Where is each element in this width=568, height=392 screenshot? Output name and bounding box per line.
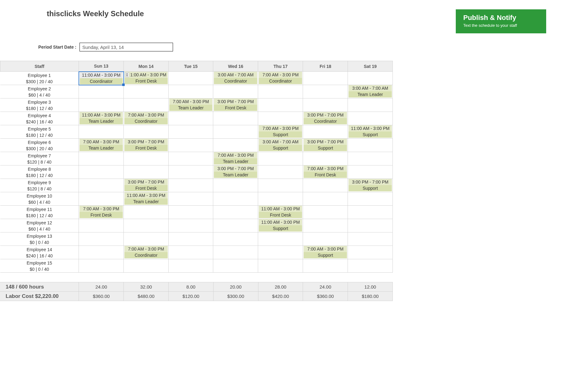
shift-cell-sun[interactable]	[79, 179, 124, 192]
shift-cell-tue[interactable]	[168, 192, 213, 206]
shift-cell-tue[interactable]: 7:00 AM - 3:00 PMTeam Leader	[168, 98, 213, 112]
shift-cell-wed[interactable]	[213, 85, 258, 98]
shift-cell-thu[interactable]: 7:00 AM - 3:00 PMCoordinator	[258, 72, 303, 85]
shift-cell-sun[interactable]	[79, 246, 124, 259]
shift-cell-sun[interactable]	[79, 259, 124, 273]
shift-cell-wed[interactable]	[213, 179, 258, 192]
shift-cell-mon[interactable]: 3:00 PM - 7:00 PMFront Desk	[124, 179, 169, 192]
shift-cell-sat[interactable]	[348, 152, 393, 165]
shift-cell-fri[interactable]	[303, 219, 348, 232]
shift-cell-sun[interactable]	[79, 192, 124, 206]
shift-cell-sat[interactable]	[348, 98, 393, 112]
shift-cell-tue[interactable]	[168, 112, 213, 125]
shift-cell-thu[interactable]	[258, 112, 303, 125]
shift-cell-tue[interactable]	[168, 232, 213, 246]
shift-cell-sat[interactable]: 3:00 AM - 7:00 AMTeam Leader	[348, 85, 393, 98]
shift-cell-tue[interactable]	[168, 139, 213, 152]
shift-cell-fri[interactable]	[303, 85, 348, 98]
shift-cell-sun[interactable]	[79, 232, 124, 246]
shift-cell-thu[interactable]: 3:00 AM - 7:00 AMSupport	[258, 139, 303, 152]
shift-cell-fri[interactable]: 7:00 AM - 3:00 PMFront Desk	[303, 165, 348, 179]
shift-cell-wed[interactable]	[213, 206, 258, 219]
stepper-icon[interactable]	[125, 72, 129, 77]
shift-cell-tue[interactable]	[168, 259, 213, 273]
shift-cell-mon[interactable]: 1:00 AM - 3:00 PMFront Desk	[124, 72, 169, 85]
shift-cell-wed[interactable]	[213, 139, 258, 152]
shift-cell-wed[interactable]: 3:00 PM - 7:00 PMTeam Leader	[213, 165, 258, 179]
shift-cell-sat[interactable]	[348, 165, 393, 179]
shift-cell-tue[interactable]	[168, 179, 213, 192]
shift-cell-thu[interactable]	[258, 259, 303, 273]
shift-cell-tue[interactable]	[168, 152, 213, 165]
shift-cell-thu[interactable]	[258, 179, 303, 192]
shift-cell-sun[interactable]	[79, 125, 124, 139]
shift-cell-fri[interactable]	[303, 152, 348, 165]
shift-cell-tue[interactable]	[168, 125, 213, 139]
shift-cell-wed[interactable]: 7:00 AM - 3:00 PMTeam Leader	[213, 152, 258, 165]
publish-notify-box[interactable]: Publish & Notify Text the schedule to yo…	[456, 9, 546, 33]
shift-cell-sat[interactable]	[348, 206, 393, 219]
shift-cell-mon[interactable]	[124, 259, 169, 273]
shift-cell-fri[interactable]	[303, 125, 348, 139]
shift-cell-mon[interactable]	[124, 219, 169, 232]
shift-cell-sun[interactable]	[79, 165, 124, 179]
shift-cell-fri[interactable]	[303, 232, 348, 246]
shift-cell-mon[interactable]	[124, 125, 169, 139]
shift-cell-tue[interactable]	[168, 165, 213, 179]
shift-cell-tue[interactable]	[168, 72, 213, 85]
shift-cell-sun[interactable]	[79, 98, 124, 112]
shift-cell-fri[interactable]: 7:00 AM - 3:00 PMSupport	[303, 246, 348, 259]
shift-cell-mon[interactable]: 11:00 AM - 3:00 PMTeam Leader	[124, 192, 169, 206]
shift-cell-wed[interactable]: 3:00 PM - 7:00 PMFront Desk	[213, 98, 258, 112]
shift-cell-mon[interactable]: 3:00 PM - 7:00 PMFront Desk	[124, 139, 169, 152]
shift-cell-thu[interactable]	[258, 165, 303, 179]
shift-cell-thu[interactable]	[258, 192, 303, 206]
shift-cell-thu[interactable]	[258, 246, 303, 259]
shift-cell-sat[interactable]	[348, 259, 393, 273]
shift-cell-fri[interactable]	[303, 179, 348, 192]
shift-cell-fri[interactable]	[303, 259, 348, 273]
shift-cell-sat[interactable]	[348, 192, 393, 206]
shift-cell-mon[interactable]	[124, 165, 169, 179]
shift-cell-thu[interactable]: 7:00 AM - 3:00 PMSupport	[258, 125, 303, 139]
shift-cell-sun[interactable]: 7:00 AM - 3:00 PMTeam Leader	[79, 139, 124, 152]
shift-cell-fri[interactable]: 3:00 PM - 7:00 PMCoordinator	[303, 112, 348, 125]
shift-cell-thu[interactable]	[258, 98, 303, 112]
shift-cell-fri[interactable]	[303, 192, 348, 206]
shift-cell-thu[interactable]	[258, 152, 303, 165]
shift-cell-wed[interactable]	[213, 112, 258, 125]
shift-cell-fri[interactable]	[303, 206, 348, 219]
shift-cell-wed[interactable]	[213, 259, 258, 273]
shift-cell-mon[interactable]: 7:00 AM - 3:00 PMCoordinator	[124, 112, 169, 125]
shift-cell-mon[interactable]: 7:00 AM - 3:00 PMCoordinator	[124, 246, 169, 259]
shift-cell-mon[interactable]	[124, 98, 169, 112]
shift-cell-mon[interactable]	[124, 152, 169, 165]
shift-cell-sat[interactable]	[348, 139, 393, 152]
shift-cell-mon[interactable]	[124, 232, 169, 246]
shift-cell-sat[interactable]	[348, 72, 393, 85]
period-start-input[interactable]	[79, 43, 173, 51]
shift-cell-thu[interactable]: 11:00 AM - 3:00 PMFront Desk	[258, 206, 303, 219]
shift-cell-sat[interactable]: 3:00 PM - 7:00 PMSupport	[348, 179, 393, 192]
shift-cell-wed[interactable]	[213, 219, 258, 232]
shift-cell-thu[interactable]	[258, 232, 303, 246]
shift-cell-wed[interactable]: 3:00 AM - 7:00 AMCoordinator	[213, 72, 258, 85]
shift-cell-thu[interactable]: 11:00 AM - 3:00 PMSupport	[258, 219, 303, 232]
shift-cell-wed[interactable]	[213, 192, 258, 206]
shift-cell-sat[interactable]	[348, 246, 393, 259]
shift-cell-tue[interactable]	[168, 85, 213, 98]
shift-cell-fri[interactable]	[303, 98, 348, 112]
shift-cell-sat[interactable]	[348, 232, 393, 246]
shift-cell-sun[interactable]: 7:00 AM - 3:00 PMFront Desk	[79, 206, 124, 219]
shift-cell-wed[interactable]	[213, 246, 258, 259]
shift-cell-sun[interactable]	[79, 219, 124, 232]
shift-cell-sun[interactable]: 11:00 AM - 3:00 PMCoordinator	[79, 72, 124, 85]
shift-cell-wed[interactable]	[213, 232, 258, 246]
shift-cell-fri[interactable]	[303, 72, 348, 85]
shift-cell-sat[interactable]	[348, 112, 393, 125]
shift-cell-sun[interactable]	[79, 85, 124, 98]
shift-cell-sun[interactable]: 11:00 AM - 3:00 PMTeam Leader	[79, 112, 124, 125]
shift-cell-sat[interactable]: 11:00 AM - 3:00 PMSupport	[348, 125, 393, 139]
shift-cell-mon[interactable]	[124, 206, 169, 219]
shift-cell-mon[interactable]	[124, 85, 169, 98]
